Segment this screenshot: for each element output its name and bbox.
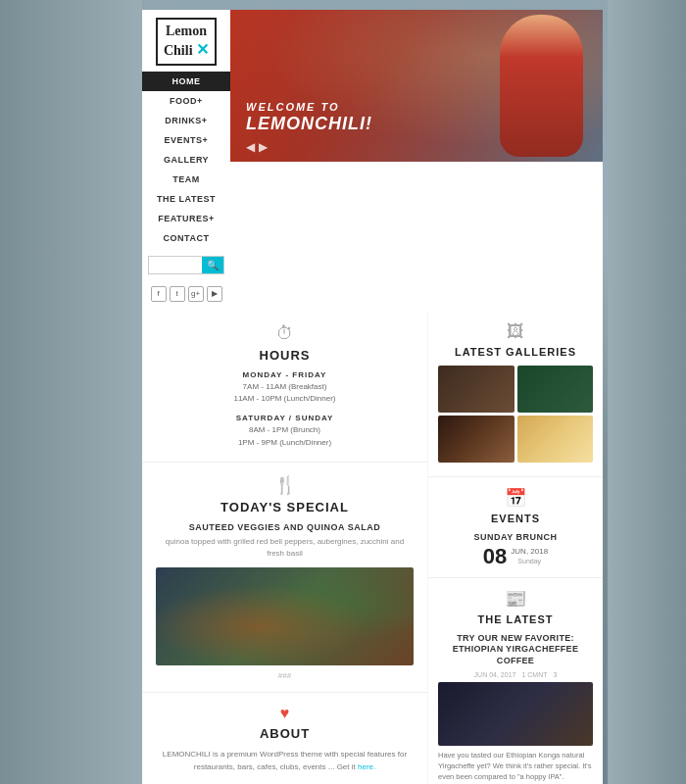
social-icons: f t g+ ▶ [151, 286, 222, 302]
logo-text-line2: Chili [164, 43, 193, 58]
background-right [608, 0, 686, 784]
latest-section: 📰 THE LATEST TRY OUR NEW FAVORITE: ETHIO… [428, 578, 603, 784]
hours-time-2a: 8AM - 1PM (Brunch) [156, 424, 414, 437]
special-price: ### [156, 671, 414, 680]
special-section: 🍴 TODAY'S SPECIAL SAUTEED VEGGIES AND QU… [142, 463, 427, 693]
hero-text: WELCOME TO LEMONCHILI! [246, 101, 372, 134]
gallery-icon: 🖼 [438, 321, 593, 342]
latest-comments: 1 CMNT [521, 671, 547, 678]
logo[interactable]: Lemon Chili ✕ [156, 18, 217, 66]
hero-next-arrow[interactable]: ▶ [259, 140, 268, 154]
gallery-thumb-1[interactable] [438, 366, 514, 413]
col-left: ⏱ HOURS MONDAY - FRIDAY 7AM - 11AM (Brea… [142, 312, 427, 784]
latest-article-title: TRY OUR NEW FAVORITE: ETHIOPIAN YIRGACHE… [438, 633, 593, 667]
latest-image [438, 682, 593, 746]
gallery-thumb-4[interactable] [517, 416, 594, 463]
hero-brand: LEMONCHILI! [246, 114, 372, 133]
events-title: EVENTS [438, 513, 593, 524]
gallery-grid [438, 366, 593, 463]
about-section: ♥ ABOUT LEMONCHILI is a premium WordPres… [142, 693, 427, 784]
special-image-overlay [156, 567, 414, 665]
hero-arrows: ◀ ▶ [246, 140, 268, 154]
hero-banner: WELCOME TO LEMONCHILI! ◀ ▶ [230, 10, 603, 162]
content-area: ⏱ HOURS MONDAY - FRIDAY 7AM - 11AM (Brea… [142, 312, 603, 784]
fork-icon: 🍴 [156, 474, 414, 496]
heart-icon: ♥ [156, 705, 414, 722]
latest-meta: JUN 04, 2017 1 CMNT 3 [438, 671, 593, 678]
special-image [156, 567, 414, 665]
nav-menu: HOME FOOD+ DRINKS+ EVENTS+ GALLERY TEAM [142, 72, 230, 248]
latest-likes: 3 [553, 671, 557, 678]
hours-time-1b: 11AM - 10PM (Lunch/Dinner) [156, 393, 414, 406]
sidebar: Lemon Chili ✕ HOME FOOD+ DRINKS+ EVENTS+ [142, 10, 230, 312]
event-date: 08 JUN, 2018 Sunday [438, 546, 593, 567]
calendar-icon: 📅 [438, 487, 593, 509]
gallery-thumb-2[interactable] [517, 366, 594, 413]
nav-item-drinks[interactable]: DRINKS+ [142, 111, 230, 130]
search-button[interactable]: 🔍 [202, 257, 223, 273]
facebook-icon[interactable]: f [151, 286, 167, 302]
event-month: JUN, 2018 Sunday [511, 546, 548, 566]
nav-item-latest[interactable]: THE LATEST [142, 189, 230, 209]
logo-x: ✕ [196, 41, 209, 58]
nav-item-food[interactable]: FOOD+ [142, 91, 230, 111]
gallery-thumb-3[interactable] [438, 416, 514, 463]
nav-item-contact[interactable]: CONTACT [142, 228, 230, 248]
hero-prev-arrow[interactable]: ◀ [246, 140, 255, 154]
latest-title: THE LATEST [438, 613, 593, 625]
about-title: ABOUT [156, 726, 414, 741]
events-section: 📅 EVENTS SUNDAY BRUNCH 08 JUN, 2018 Sund… [428, 477, 603, 578]
event-name: SUNDAY BRUNCH [438, 532, 593, 542]
header: Lemon Chili ✕ HOME FOOD+ DRINKS+ EVENTS+ [142, 10, 603, 312]
special-name: SAUTEED VEGGIES AND QUINOA SALAD [156, 522, 414, 532]
hero-welcome: WELCOME TO [246, 101, 372, 113]
background-left [0, 0, 142, 784]
hours-weekend: SATURDAY / SUNDAY [156, 414, 414, 422]
galleries-section: 🖼 LATEST GALLERIES [428, 312, 603, 477]
about-text: LEMONCHILI is a premium WordPress theme … [156, 749, 414, 774]
galleries-title: LATEST GALLERIES [438, 346, 593, 358]
hours-title: HOURS [156, 348, 414, 363]
event-weekday: Sunday [511, 557, 548, 566]
hours-time-2b: 1PM - 9PM (Lunch/Dinner) [156, 437, 414, 450]
col-right: 🖼 LATEST GALLERIES 📅 EVENTS SUNDAY BRUNC… [428, 312, 603, 784]
latest-icon: 📰 [438, 588, 593, 610]
special-desc: quinoa topped with grilled red bell pepp… [156, 536, 414, 560]
logo-text-line1: Lemon [166, 24, 207, 38]
google-icon[interactable]: g+ [188, 286, 204, 302]
nav-item-home[interactable]: HOME [142, 72, 230, 91]
search-bar: 🔍 [148, 256, 224, 274]
about-link[interactable]: here. [358, 762, 375, 771]
search-input[interactable] [149, 257, 202, 273]
hours-time-1a: 7AM - 11AM (Breakfast) [156, 381, 414, 394]
rss-icon[interactable]: ▶ [207, 286, 222, 302]
hours-section: ⏱ HOURS MONDAY - FRIDAY 7AM - 11AM (Brea… [142, 312, 427, 463]
main-wrapper: Lemon Chili ✕ HOME FOOD+ DRINKS+ EVENTS+ [142, 10, 603, 784]
latest-date: JUN 04, 2017 [474, 671, 516, 678]
nav-item-events[interactable]: EVENTS+ [142, 130, 230, 150]
nav-item-gallery[interactable]: GALLERY [142, 150, 230, 170]
nav-item-features[interactable]: FEATURES+ [142, 209, 230, 228]
hours-weekday-1: MONDAY - FRIDAY [156, 370, 414, 379]
special-title: TODAY'S SPECIAL [156, 500, 414, 514]
hero-figure [500, 15, 583, 157]
latest-desc: Have you tasted our Ethiopian Konga natu… [438, 750, 593, 783]
nav-item-team[interactable]: TEAM [142, 170, 230, 189]
twitter-icon[interactable]: t [170, 286, 185, 302]
clock-icon: ⏱ [156, 323, 414, 344]
event-day: 08 [483, 546, 507, 567]
